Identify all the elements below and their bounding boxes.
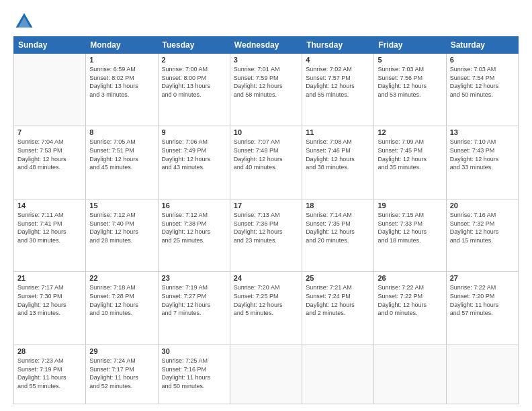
day-info: Sunrise: 7:14 AM Sunset: 7:35 PM Dayligh…	[306, 211, 370, 244]
day-number: 27	[450, 274, 515, 282]
day-number: 10	[234, 128, 298, 136]
calendar-cell: 21Sunrise: 7:17 AM Sunset: 7:30 PM Dayli…	[14, 272, 86, 345]
day-number: 22	[89, 274, 154, 282]
day-info: Sunrise: 7:24 AM Sunset: 7:17 PM Dayligh…	[89, 357, 154, 390]
day-number: 21	[17, 274, 82, 282]
week-row-5: 28Sunrise: 7:23 AM Sunset: 7:19 PM Dayli…	[14, 345, 519, 404]
day-info: Sunrise: 7:04 AM Sunset: 7:53 PM Dayligh…	[17, 138, 82, 171]
weekday-header-saturday: Saturday	[446, 37, 518, 54]
calendar-cell: 30Sunrise: 7:25 AM Sunset: 7:16 PM Dayli…	[158, 345, 230, 404]
day-number: 1	[89, 56, 154, 64]
calendar-cell: 17Sunrise: 7:13 AM Sunset: 7:36 PM Dayli…	[230, 199, 302, 271]
calendar-cell: 15Sunrise: 7:12 AM Sunset: 7:40 PM Dayli…	[86, 199, 158, 271]
week-row-2: 7Sunrise: 7:04 AM Sunset: 7:53 PM Daylig…	[14, 126, 519, 199]
weekday-header-thursday: Thursday	[302, 37, 374, 54]
weekday-header-friday: Friday	[374, 37, 446, 54]
calendar-cell: 18Sunrise: 7:14 AM Sunset: 7:35 PM Dayli…	[302, 199, 374, 271]
weekday-header-sunday: Sunday	[14, 37, 86, 54]
day-info: Sunrise: 7:23 AM Sunset: 7:19 PM Dayligh…	[17, 357, 82, 390]
weekday-header-wednesday: Wednesday	[230, 37, 302, 54]
day-info: Sunrise: 7:11 AM Sunset: 7:41 PM Dayligh…	[17, 211, 82, 244]
day-number: 25	[306, 274, 370, 282]
day-number: 14	[17, 201, 82, 210]
calendar-cell	[446, 345, 518, 404]
day-info: Sunrise: 6:59 AM Sunset: 8:02 PM Dayligh…	[89, 65, 154, 99]
day-info: Sunrise: 7:06 AM Sunset: 7:49 PM Dayligh…	[162, 138, 226, 171]
calendar-cell: 24Sunrise: 7:20 AM Sunset: 7:25 PM Dayli…	[230, 272, 302, 345]
week-row-1: 1Sunrise: 6:59 AM Sunset: 8:02 PM Daylig…	[14, 54, 519, 126]
day-number: 26	[378, 274, 442, 282]
calendar-cell: 16Sunrise: 7:12 AM Sunset: 7:38 PM Dayli…	[158, 199, 230, 271]
day-number: 17	[234, 201, 298, 210]
day-number: 6	[450, 56, 515, 64]
calendar-cell: 26Sunrise: 7:22 AM Sunset: 7:22 PM Dayli…	[374, 272, 446, 345]
calendar-cell: 20Sunrise: 7:16 AM Sunset: 7:32 PM Dayli…	[446, 199, 518, 271]
day-number: 5	[378, 56, 442, 64]
day-number: 29	[89, 347, 154, 355]
calendar-cell	[302, 345, 374, 404]
calendar-cell: 9Sunrise: 7:06 AM Sunset: 7:49 PM Daylig…	[158, 126, 230, 199]
week-row-4: 21Sunrise: 7:17 AM Sunset: 7:30 PM Dayli…	[14, 272, 519, 345]
day-info: Sunrise: 7:01 AM Sunset: 7:59 PM Dayligh…	[234, 65, 298, 99]
day-info: Sunrise: 7:00 AM Sunset: 8:00 PM Dayligh…	[162, 65, 226, 99]
weekday-header-monday: Monday	[86, 37, 158, 54]
day-info: Sunrise: 7:21 AM Sunset: 7:24 PM Dayligh…	[306, 283, 370, 317]
day-number: 9	[162, 128, 226, 136]
day-info: Sunrise: 7:20 AM Sunset: 7:25 PM Dayligh…	[234, 283, 298, 317]
calendar-cell: 27Sunrise: 7:22 AM Sunset: 7:20 PM Dayli…	[446, 272, 518, 345]
day-info: Sunrise: 7:10 AM Sunset: 7:43 PM Dayligh…	[450, 138, 515, 171]
day-number: 12	[378, 128, 442, 136]
calendar-cell: 23Sunrise: 7:19 AM Sunset: 7:27 PM Dayli…	[158, 272, 230, 345]
day-number: 15	[89, 201, 154, 210]
weekday-header-row: SundayMondayTuesdayWednesdayThursdayFrid…	[14, 37, 519, 54]
day-info: Sunrise: 7:17 AM Sunset: 7:30 PM Dayligh…	[17, 283, 82, 317]
logo	[13, 11, 38, 32]
day-info: Sunrise: 7:19 AM Sunset: 7:27 PM Dayligh…	[162, 283, 226, 317]
calendar-cell: 29Sunrise: 7:24 AM Sunset: 7:17 PM Dayli…	[86, 345, 158, 404]
day-info: Sunrise: 7:22 AM Sunset: 7:20 PM Dayligh…	[450, 283, 515, 317]
day-number: 20	[450, 201, 515, 210]
calendar-table: SundayMondayTuesdayWednesdayThursdayFrid…	[13, 36, 519, 404]
day-info: Sunrise: 7:22 AM Sunset: 7:22 PM Dayligh…	[378, 283, 442, 317]
day-info: Sunrise: 7:09 AM Sunset: 7:45 PM Dayligh…	[378, 138, 442, 171]
calendar-cell: 2Sunrise: 7:00 AM Sunset: 8:00 PM Daylig…	[158, 54, 230, 126]
calendar-cell: 5Sunrise: 7:03 AM Sunset: 7:56 PM Daylig…	[374, 54, 446, 126]
day-info: Sunrise: 7:07 AM Sunset: 7:48 PM Dayligh…	[234, 138, 298, 171]
calendar-cell: 7Sunrise: 7:04 AM Sunset: 7:53 PM Daylig…	[14, 126, 86, 199]
calendar-cell: 6Sunrise: 7:03 AM Sunset: 7:54 PM Daylig…	[446, 54, 518, 126]
calendar-cell: 4Sunrise: 7:02 AM Sunset: 7:57 PM Daylig…	[302, 54, 374, 126]
day-number: 8	[89, 128, 154, 136]
calendar-cell: 11Sunrise: 7:08 AM Sunset: 7:46 PM Dayli…	[302, 126, 374, 199]
calendar-cell	[14, 54, 86, 126]
week-row-3: 14Sunrise: 7:11 AM Sunset: 7:41 PM Dayli…	[14, 199, 519, 271]
day-number: 13	[450, 128, 515, 136]
calendar-cell: 22Sunrise: 7:18 AM Sunset: 7:28 PM Dayli…	[86, 272, 158, 345]
day-number: 23	[162, 274, 226, 282]
day-info: Sunrise: 7:05 AM Sunset: 7:51 PM Dayligh…	[89, 138, 154, 171]
calendar-cell	[230, 345, 302, 404]
day-number: 3	[234, 56, 298, 64]
day-number: 16	[162, 201, 226, 210]
calendar-cell: 3Sunrise: 7:01 AM Sunset: 7:59 PM Daylig…	[230, 54, 302, 126]
day-info: Sunrise: 7:08 AM Sunset: 7:46 PM Dayligh…	[306, 138, 370, 171]
day-info: Sunrise: 7:03 AM Sunset: 7:56 PM Dayligh…	[378, 65, 442, 99]
calendar-cell: 8Sunrise: 7:05 AM Sunset: 7:51 PM Daylig…	[86, 126, 158, 199]
day-number: 28	[17, 347, 82, 355]
calendar-cell: 1Sunrise: 6:59 AM Sunset: 8:02 PM Daylig…	[86, 54, 158, 126]
day-number: 18	[306, 201, 370, 210]
logo-icon	[13, 11, 35, 32]
weekday-header-tuesday: Tuesday	[158, 37, 230, 54]
day-number: 2	[162, 56, 226, 64]
calendar-cell: 10Sunrise: 7:07 AM Sunset: 7:48 PM Dayli…	[230, 126, 302, 199]
header	[13, 11, 519, 32]
day-number: 30	[162, 347, 226, 355]
day-info: Sunrise: 7:13 AM Sunset: 7:36 PM Dayligh…	[234, 211, 298, 244]
day-info: Sunrise: 7:12 AM Sunset: 7:40 PM Dayligh…	[89, 211, 154, 244]
day-number: 11	[306, 128, 370, 136]
day-number: 24	[234, 274, 298, 282]
day-info: Sunrise: 7:25 AM Sunset: 7:16 PM Dayligh…	[162, 357, 226, 390]
day-info: Sunrise: 7:12 AM Sunset: 7:38 PM Dayligh…	[162, 211, 226, 244]
day-info: Sunrise: 7:15 AM Sunset: 7:33 PM Dayligh…	[378, 211, 442, 244]
day-info: Sunrise: 7:03 AM Sunset: 7:54 PM Dayligh…	[450, 65, 515, 99]
calendar-cell: 25Sunrise: 7:21 AM Sunset: 7:24 PM Dayli…	[302, 272, 374, 345]
